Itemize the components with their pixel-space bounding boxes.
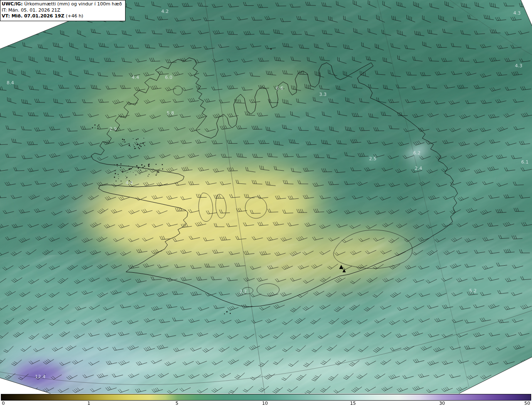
valid-time-line: VT: Mið. 07.01.2026 19Z (+46 h)	[2, 13, 122, 20]
parameter-label: Úrkomumætti (mm) og vindur í 100m hæð	[23, 1, 122, 7]
colorbar-tick-label: 1	[87, 401, 90, 406]
weather-map-stage: 4.24.34.38.44.46.06.63.35.82.96.22.52.46…	[0, 0, 532, 406]
colorbar-tick-label: 30	[439, 401, 445, 406]
map-svg	[0, 0, 532, 394]
forecast-title-line: UWC/IG: Úrkomumætti (mm) og vindur í 100…	[2, 1, 122, 7]
colorbar-tick-label: 15	[350, 401, 356, 406]
colorbar-tick-label: 10	[262, 401, 268, 406]
colorbar-tick-label: 50	[524, 401, 530, 406]
colorbar-tick-label: 5	[175, 401, 178, 406]
colorbar-gradient	[1, 394, 531, 401]
precipitation-colorbar: 01510153050	[0, 394, 532, 406]
colorbar-tick-labels: 01510153050	[1, 401, 531, 406]
colorbar-tick-label: 0	[2, 401, 5, 406]
model-id-label: UWC/IG:	[2, 1, 23, 7]
init-time-line: IT: Mán. 05. 01. 2026 21Z	[2, 7, 122, 14]
lead-time-label: (+46 h)	[64, 13, 84, 19]
valid-time-bold: VT: Mið. 07.01.2026 19Z	[2, 13, 64, 19]
forecast-title-box: UWC/IG: Úrkomumætti (mm) og vindur í 100…	[0, 0, 126, 21]
